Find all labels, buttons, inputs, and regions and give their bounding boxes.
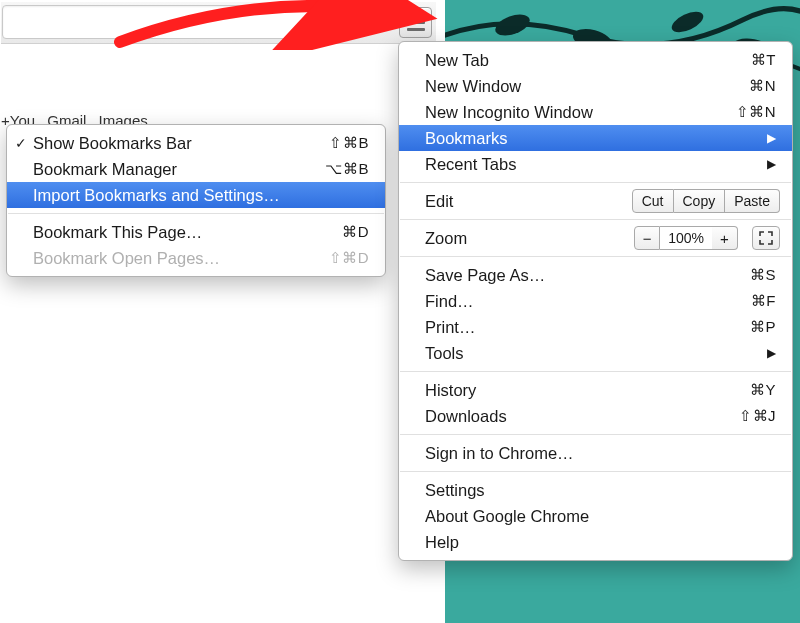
zoom-in-button[interactable]: +: [712, 226, 738, 250]
menu-separator: [400, 256, 791, 257]
menu-item-recent-tabs[interactable]: Recent Tabs ▶: [399, 151, 792, 177]
menu-item-new-tab[interactable]: New Tab ⌘T: [399, 47, 792, 73]
menu-item-print[interactable]: Print… ⌘P: [399, 314, 792, 340]
menu-separator: [400, 434, 791, 435]
zoom-percent: 100%: [660, 226, 712, 250]
submenu-arrow-icon: ▶: [767, 346, 776, 360]
submenu-arrow-icon: ▶: [767, 131, 776, 145]
menu-item-save-page-as[interactable]: Save Page As… ⌘S: [399, 262, 792, 288]
menu-item-zoom: Zoom − 100% +: [399, 225, 792, 251]
zoom-out-button[interactable]: −: [634, 226, 660, 250]
menu-separator: [400, 182, 791, 183]
paste-button[interactable]: Paste: [725, 189, 780, 213]
chrome-menu-button[interactable]: [399, 7, 432, 38]
submenu-arrow-icon: ▶: [767, 157, 776, 171]
menu-item-bookmark-manager[interactable]: Bookmark Manager ⌥⌘B: [7, 156, 385, 182]
menu-item-bookmark-this-page[interactable]: Bookmark This Page… ⌘D: [7, 219, 385, 245]
copy-button[interactable]: Copy: [674, 189, 726, 213]
browser-toolbar: ☆: [1, 2, 436, 44]
menu-separator: [400, 471, 791, 472]
check-icon: ✓: [15, 135, 27, 151]
star-icon[interactable]: ☆: [327, 12, 349, 34]
menu-item-tools[interactable]: Tools ▶: [399, 340, 792, 366]
menu-item-bookmark-open-pages: Bookmark Open Pages… ⇧⌘D: [7, 245, 385, 271]
cut-button[interactable]: Cut: [632, 189, 674, 213]
menu-item-import-bookmarks[interactable]: Import Bookmarks and Settings…: [7, 182, 385, 208]
menu-item-new-incognito[interactable]: New Incognito Window ⇧⌘N: [399, 99, 792, 125]
menu-item-sign-in-to-chrome[interactable]: Sign in to Chrome…: [399, 440, 792, 466]
menu-item-show-bookmarks-bar[interactable]: ✓ Show Bookmarks Bar ⇧⌘B: [7, 130, 385, 156]
menu-item-new-window[interactable]: New Window ⌘N: [399, 73, 792, 99]
menu-item-about-chrome[interactable]: About Google Chrome: [399, 503, 792, 529]
menu-separator: [8, 213, 384, 214]
menu-item-history[interactable]: History ⌘Y: [399, 377, 792, 403]
menu-item-settings[interactable]: Settings: [399, 477, 792, 503]
bookmarks-submenu: ✓ Show Bookmarks Bar ⇧⌘B Bookmark Manage…: [6, 124, 386, 277]
menu-item-bookmarks[interactable]: Bookmarks ▶: [399, 125, 792, 151]
menu-separator: [400, 219, 791, 220]
menu-item-edit: Edit Cut Copy Paste: [399, 188, 792, 214]
menu-item-help[interactable]: Help: [399, 529, 792, 555]
fullscreen-button[interactable]: [752, 226, 780, 250]
menu-item-downloads[interactable]: Downloads ⇧⌘J: [399, 403, 792, 429]
omnibox[interactable]: ☆: [2, 5, 358, 39]
menu-separator: [400, 371, 791, 372]
chrome-main-menu: New Tab ⌘T New Window ⌘N New Incognito W…: [398, 41, 793, 561]
menu-item-find[interactable]: Find… ⌘F: [399, 288, 792, 314]
